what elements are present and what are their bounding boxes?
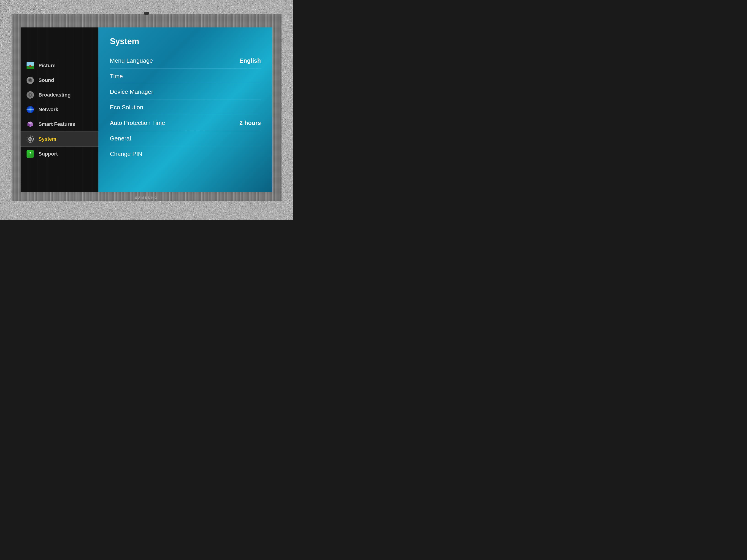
- sidebar-item-system[interactable]: System: [21, 132, 108, 146]
- menu-language-value: English: [239, 57, 261, 64]
- sidebar-item-system-label: System: [38, 136, 56, 142]
- sidebar-item-broadcasting[interactable]: Broadcasting: [21, 88, 108, 102]
- sidebar-item-sound[interactable]: Sound: [21, 73, 108, 88]
- change-pin-label: Change PIN: [110, 151, 143, 158]
- network-icon: [26, 105, 34, 114]
- system-panel: System Menu Language English Time Device…: [98, 27, 272, 192]
- sidebar-item-network-label: Network: [38, 107, 58, 112]
- menu-item-device-manager[interactable]: Device Manager: [110, 84, 261, 100]
- time-label: Time: [110, 73, 123, 80]
- auto-protection-time-value: 2 hours: [239, 119, 261, 127]
- samsung-logo: SAMSUNG: [135, 196, 158, 199]
- svg-point-14: [30, 139, 31, 139]
- system-panel-title: System: [110, 36, 261, 46]
- device-manager-label: Device Manager: [110, 88, 153, 96]
- broadcasting-icon: [26, 91, 34, 99]
- menu-item-menu-language[interactable]: Menu Language English: [110, 53, 261, 69]
- svg-point-6: [29, 94, 31, 96]
- sidebar-item-sound-label: Sound: [38, 77, 54, 83]
- auto-protection-time-label: Auto Protection Time: [110, 119, 165, 127]
- sidebar-menu: Picture Sound Broadcas: [21, 27, 108, 192]
- menu-item-time[interactable]: Time: [110, 69, 261, 84]
- menu-item-change-pin[interactable]: Change PIN: [110, 146, 261, 162]
- sidebar-item-picture-label: Picture: [38, 63, 56, 69]
- menu-item-general[interactable]: General: [110, 131, 261, 146]
- picture-icon: [26, 61, 34, 70]
- menu-item-eco-solution[interactable]: Eco Solution: [110, 100, 261, 115]
- smart-features-icon: [26, 120, 34, 128]
- support-icon: ?: [26, 150, 34, 158]
- menu-item-auto-protection-time[interactable]: Auto Protection Time 2 hours: [110, 115, 261, 131]
- sidebar-item-support[interactable]: ? Support: [21, 146, 108, 161]
- general-label: General: [110, 135, 131, 142]
- sidebar-item-smart-features-label: Smart Features: [38, 121, 75, 127]
- sound-icon: [26, 76, 34, 84]
- sidebar-item-broadcasting-label: Broadcasting: [38, 92, 71, 98]
- sidebar-item-network[interactable]: Network: [21, 102, 108, 117]
- sidebar-item-support-label: Support: [38, 151, 58, 157]
- sidebar-item-picture[interactable]: Picture: [21, 58, 108, 73]
- eco-solution-label: Eco Solution: [110, 104, 143, 111]
- sidebar-item-smart-features[interactable]: Smart Features: [21, 117, 108, 132]
- menu-language-label: Menu Language: [110, 57, 153, 64]
- camera-bump: [144, 12, 149, 15]
- system-icon: [26, 135, 34, 143]
- svg-point-3: [30, 80, 31, 81]
